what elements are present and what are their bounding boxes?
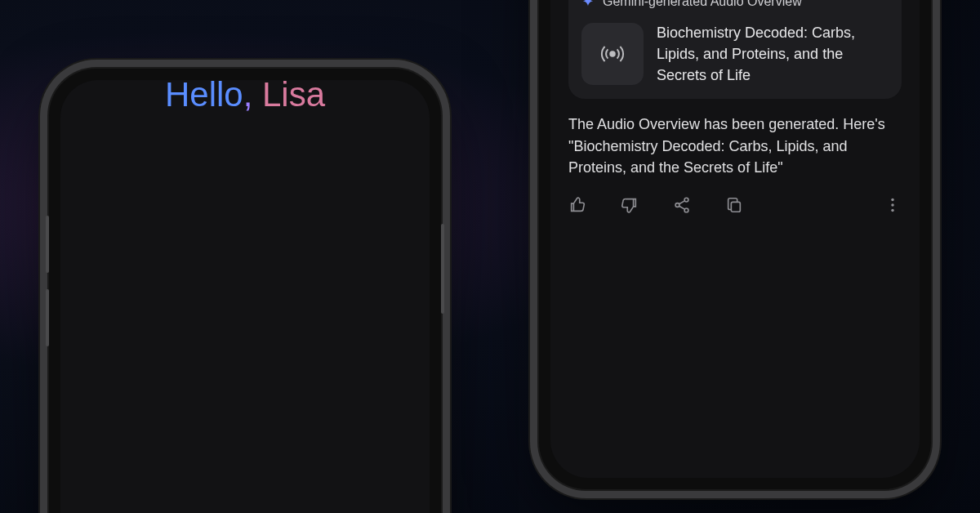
- greeting: Hello, Lisa: [60, 80, 430, 114]
- thumbs-up-button[interactable]: [568, 196, 586, 214]
- copy-icon: [725, 196, 743, 214]
- svg-point-9: [891, 208, 893, 211]
- audio-overview-card[interactable]: Gemini-generated Audio Overview Biochemi…: [568, 0, 902, 99]
- audio-thumb: [581, 23, 644, 85]
- phone-mockup-left: Hello, Lisa Generate Audio Overview: [49, 69, 441, 513]
- audio-overview-header: Gemini-generated Audio Overview: [581, 0, 889, 11]
- share-icon: [673, 196, 691, 214]
- thumbs-up-icon: [568, 196, 586, 214]
- more-button[interactable]: [884, 196, 902, 214]
- message-toolbar: [568, 193, 902, 214]
- gemini-spark-icon: [581, 0, 595, 8]
- screen-left: Hello, Lisa Generate Audio Overview: [60, 80, 430, 513]
- volume-up-button: [46, 216, 49, 273]
- volume-down-button: [46, 289, 49, 346]
- svg-point-5: [684, 208, 688, 212]
- svg-point-8: [891, 203, 893, 206]
- assistant-reply-2: The Audio Overview has been generated. H…: [568, 114, 902, 177]
- svg-point-2: [610, 52, 615, 57]
- svg-point-4: [675, 203, 679, 207]
- thumbs-down-icon: [621, 196, 639, 214]
- chat-thread: Generate Audio Overview Biochem 101 clas…: [550, 0, 920, 229]
- power-button: [441, 224, 444, 314]
- audio-overview-header-text: Gemini-generated Audio Overview: [603, 0, 802, 11]
- broadcast-icon: [600, 42, 625, 66]
- share-button[interactable]: [673, 196, 691, 214]
- phone-mockup-right: Generate Audio Overview Biochem 101 clas…: [539, 0, 931, 489]
- thumbs-down-button[interactable]: [621, 196, 639, 214]
- greeting-hello: Hello: [165, 80, 243, 114]
- svg-point-7: [891, 199, 893, 201]
- screen-right: Generate Audio Overview Biochem 101 clas…: [550, 0, 920, 478]
- greeting-comma: ,: [243, 80, 262, 114]
- copy-button[interactable]: [725, 196, 743, 214]
- more-vert-icon: [884, 196, 902, 214]
- audio-overview-title: Biochemistry Decoded: Carbs, Lipids, and…: [657, 22, 889, 86]
- greeting-name: Lisa: [262, 80, 325, 114]
- svg-point-3: [684, 198, 688, 202]
- svg-rect-6: [731, 202, 740, 212]
